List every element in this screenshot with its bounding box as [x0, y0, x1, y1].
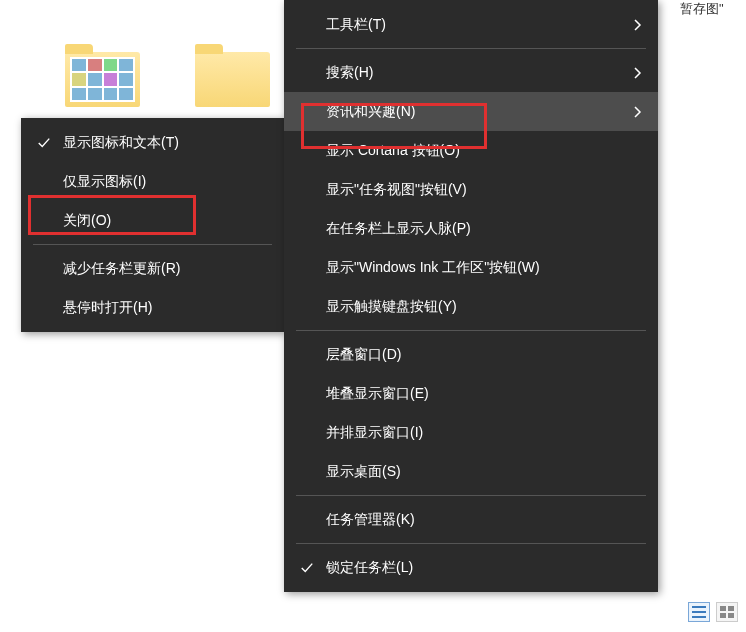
svg-rect-4	[728, 606, 734, 611]
menu-item-cortana-button[interactable]: 显示 Cortana 按钮(O)	[284, 131, 658, 170]
svg-rect-5	[720, 613, 726, 618]
menu-separator	[296, 48, 646, 49]
svg-rect-6	[728, 613, 734, 618]
menu-label: 显示触摸键盘按钮(Y)	[326, 298, 642, 316]
submenu-item-close[interactable]: 关闭(O)	[21, 201, 284, 240]
submenu-item-open-on-hover[interactable]: 悬停时打开(H)	[21, 288, 284, 327]
submenu-item-show-icon-text[interactable]: 显示图标和文本(T)	[21, 123, 284, 162]
menu-item-lock-taskbar[interactable]: 锁定任务栏(L)	[284, 548, 658, 587]
menu-item-news-interests[interactable]: 资讯和兴趣(N)	[284, 92, 658, 131]
chevron-right-icon	[628, 19, 642, 31]
check-icon	[296, 561, 318, 575]
explorer-view-icons	[688, 602, 738, 622]
menu-label: 显示桌面(S)	[326, 463, 642, 481]
menu-label: 资讯和兴趣(N)	[326, 103, 628, 121]
menu-item-side-by-side[interactable]: 并排显示窗口(I)	[284, 413, 658, 452]
menu-item-people[interactable]: 在任务栏上显示人脉(P)	[284, 209, 658, 248]
submenu-item-icon-only[interactable]: 仅显示图标(I)	[21, 162, 284, 201]
svg-rect-0	[692, 606, 706, 608]
menu-item-touch-keyboard[interactable]: 显示触摸键盘按钮(Y)	[284, 287, 658, 326]
menu-label: 并排显示窗口(I)	[326, 424, 642, 442]
folder-icon-2[interactable]	[195, 52, 270, 112]
menu-item-task-view[interactable]: 显示"任务视图"按钮(V)	[284, 170, 658, 209]
menu-label: 锁定任务栏(L)	[326, 559, 642, 577]
folder-shape	[65, 52, 140, 107]
menu-label: 悬停时打开(H)	[63, 299, 268, 317]
menu-item-toolbars[interactable]: 工具栏(T)	[284, 5, 658, 44]
view-details-icon[interactable]	[688, 602, 710, 622]
menu-item-task-manager[interactable]: 任务管理器(K)	[284, 500, 658, 539]
svg-rect-3	[720, 606, 726, 611]
menu-label: 显示"任务视图"按钮(V)	[326, 181, 642, 199]
menu-label: 层叠窗口(D)	[326, 346, 642, 364]
partial-text: 暂存图"	[680, 0, 724, 18]
folder-icon-1[interactable]	[65, 52, 140, 112]
menu-label: 显示图标和文本(T)	[63, 134, 268, 152]
news-interests-submenu: 显示图标和文本(T) 仅显示图标(I) 关闭(O) 减少任务栏更新(R) 悬停时…	[21, 118, 284, 332]
svg-rect-2	[692, 616, 706, 618]
menu-label: 显示"Windows Ink 工作区"按钮(W)	[326, 259, 642, 277]
menu-label: 减少任务栏更新(R)	[63, 260, 268, 278]
menu-separator	[296, 330, 646, 331]
menu-label: 搜索(H)	[326, 64, 628, 82]
chevron-right-icon	[628, 67, 642, 79]
chevron-right-icon	[628, 106, 642, 118]
desktop-background: 暂存图" 显示图标和文本(T) 仅显示图标(I) 关闭(O) 减	[0, 0, 746, 632]
taskbar-context-menu: 工具栏(T) 搜索(H) 资讯和兴趣(N) 显示 Cortana 按钮(O) 显…	[284, 0, 658, 592]
menu-label: 仅显示图标(I)	[63, 173, 268, 191]
view-large-icon[interactable]	[716, 602, 738, 622]
menu-label: 显示 Cortana 按钮(O)	[326, 142, 642, 160]
folder-shape	[195, 52, 270, 107]
menu-label: 堆叠显示窗口(E)	[326, 385, 642, 403]
menu-separator	[296, 543, 646, 544]
submenu-item-reduce-updates[interactable]: 减少任务栏更新(R)	[21, 249, 284, 288]
menu-item-show-desktop[interactable]: 显示桌面(S)	[284, 452, 658, 491]
menu-label: 任务管理器(K)	[326, 511, 642, 529]
menu-label: 关闭(O)	[63, 212, 268, 230]
menu-separator	[296, 495, 646, 496]
menu-item-search[interactable]: 搜索(H)	[284, 53, 658, 92]
check-icon	[33, 136, 55, 150]
menu-item-windows-ink[interactable]: 显示"Windows Ink 工作区"按钮(W)	[284, 248, 658, 287]
menu-label: 在任务栏上显示人脉(P)	[326, 220, 642, 238]
menu-separator	[33, 244, 272, 245]
menu-item-cascade[interactable]: 层叠窗口(D)	[284, 335, 658, 374]
menu-label: 工具栏(T)	[326, 16, 628, 34]
menu-item-stack[interactable]: 堆叠显示窗口(E)	[284, 374, 658, 413]
svg-rect-1	[692, 611, 706, 613]
